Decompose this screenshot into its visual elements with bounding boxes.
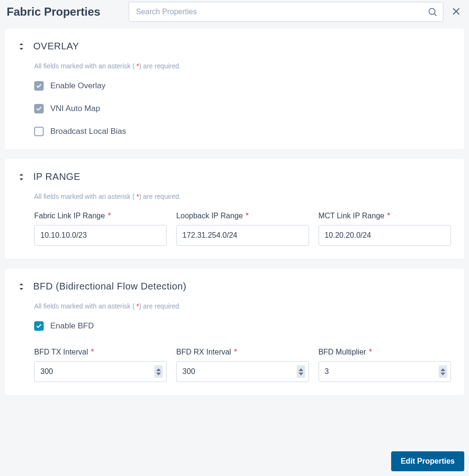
required-asterisk: *: [108, 212, 111, 220]
checkbox-row-enable-bfd: Enable BFD: [34, 321, 451, 331]
field-fabric-link: Fabric Link IP Range*: [34, 212, 167, 246]
panel-header-bfd: BFD (Bidirectional Flow Detection): [18, 281, 451, 292]
panel-title-overlay: OVERLAY: [33, 41, 79, 52]
required-asterisk: *: [234, 348, 237, 356]
label-bfd-rx: BFD RX Interval*: [176, 348, 309, 356]
required-note-suffix: ) are required.: [139, 62, 181, 70]
input-mct-link[interactable]: [319, 225, 451, 246]
label-bfd-rx-text: BFD RX Interval: [176, 348, 231, 356]
input-bfd-rx[interactable]: [176, 361, 309, 382]
label-bfd-tx: BFD TX Interval*: [34, 348, 167, 356]
svg-point-0: [429, 9, 435, 15]
label-vni-auto-map: VNI Auto Map: [50, 104, 100, 113]
edit-properties-button[interactable]: Edit Properties: [391, 451, 464, 471]
checkbox-row-broadcast-local-bias: Broadcast Local Bias: [34, 127, 451, 136]
collapse-icon[interactable]: [18, 173, 25, 181]
panel-ip-range: IP RANGE All fields marked with an aster…: [5, 159, 464, 259]
panel-bfd: BFD (Bidirectional Flow Detection) All f…: [5, 269, 464, 395]
collapse-icon[interactable]: [18, 42, 25, 51]
required-note-prefix: All fields marked with an asterisk (: [34, 193, 137, 200]
panel-header-overlay: OVERLAY: [18, 41, 451, 52]
input-bfd-multiplier[interactable]: [319, 361, 451, 382]
panel-header-ip-range: IP RANGE: [18, 171, 451, 182]
label-fabric-link-text: Fabric Link IP Range: [34, 212, 105, 220]
close-button[interactable]: [448, 3, 464, 21]
input-bfd-tx[interactable]: [34, 361, 167, 382]
field-loopback: Loopback IP Range*: [176, 212, 309, 246]
checkbox-vni-auto-map[interactable]: [34, 104, 44, 113]
bfd-field-row: BFD TX Interval* BFD RX Interval*: [34, 348, 451, 382]
label-mct-link-text: MCT Link IP Range: [319, 212, 385, 220]
label-mct-link: MCT Link IP Range*: [319, 212, 451, 220]
label-loopback-text: Loopback IP Range: [176, 212, 243, 220]
checkbox-row-enable-overlay: Enable Overlay: [34, 81, 451, 91]
panel-overlay: OVERLAY All fields marked with an asteri…: [5, 28, 464, 149]
field-bfd-multiplier: BFD Multiplier*: [319, 348, 451, 382]
search-wrap: [129, 2, 443, 22]
checkbox-broadcast-local-bias[interactable]: [34, 127, 44, 136]
required-note-suffix: ) are required.: [139, 302, 181, 310]
close-icon: [451, 6, 461, 18]
required-note: All fields marked with an asterisk ( *) …: [34, 193, 451, 200]
label-bfd-tx-text: BFD TX Interval: [34, 348, 88, 356]
panel-title-bfd: BFD (Bidirectional Flow Detection): [33, 281, 187, 292]
panel-title-ip-range: IP RANGE: [33, 171, 80, 182]
label-broadcast-local-bias: Broadcast Local Bias: [50, 127, 126, 136]
label-loopback: Loopback IP Range*: [176, 212, 309, 220]
page-title: Fabric Properties: [7, 5, 100, 19]
required-asterisk: *: [91, 348, 94, 356]
checkbox-enable-bfd[interactable]: [34, 321, 44, 331]
label-bfd-multiplier-text: BFD Multiplier: [319, 348, 366, 356]
input-loopback[interactable]: [176, 225, 309, 246]
field-bfd-rx: BFD RX Interval*: [176, 348, 309, 382]
label-enable-overlay: Enable Overlay: [50, 81, 105, 91]
stepper-bfd-tx[interactable]: [154, 365, 163, 378]
checkbox-row-vni-auto-map: VNI Auto Map: [34, 104, 451, 113]
header: Fabric Properties: [0, 0, 469, 24]
required-note-prefix: All fields marked with an asterisk (: [34, 62, 137, 70]
required-asterisk: *: [369, 348, 372, 356]
required-asterisk: *: [246, 212, 249, 220]
search-icon[interactable]: [427, 7, 438, 17]
checkbox-enable-overlay[interactable]: [34, 81, 44, 91]
ip-range-field-row: Fabric Link IP Range* Loopback IP Range*…: [34, 212, 451, 246]
search-input[interactable]: [129, 2, 443, 22]
required-note: All fields marked with an asterisk ( *) …: [34, 62, 451, 70]
required-asterisk: *: [387, 212, 390, 220]
label-bfd-multiplier: BFD Multiplier*: [319, 348, 451, 356]
panel-area: OVERLAY All fields marked with an asteri…: [0, 24, 469, 395]
required-note: All fields marked with an asterisk ( *) …: [34, 302, 451, 310]
input-fabric-link[interactable]: [34, 225, 167, 246]
field-mct-link: MCT Link IP Range*: [319, 212, 451, 246]
stepper-bfd-multiplier[interactable]: [439, 365, 447, 378]
required-note-suffix: ) are required.: [139, 193, 181, 200]
label-enable-bfd: Enable BFD: [50, 321, 94, 331]
collapse-icon[interactable]: [18, 282, 25, 291]
stepper-bfd-rx[interactable]: [297, 365, 305, 378]
label-fabric-link: Fabric Link IP Range*: [34, 212, 167, 220]
svg-line-1: [434, 14, 436, 16]
field-bfd-tx: BFD TX Interval*: [34, 348, 167, 382]
required-note-prefix: All fields marked with an asterisk (: [34, 302, 137, 310]
